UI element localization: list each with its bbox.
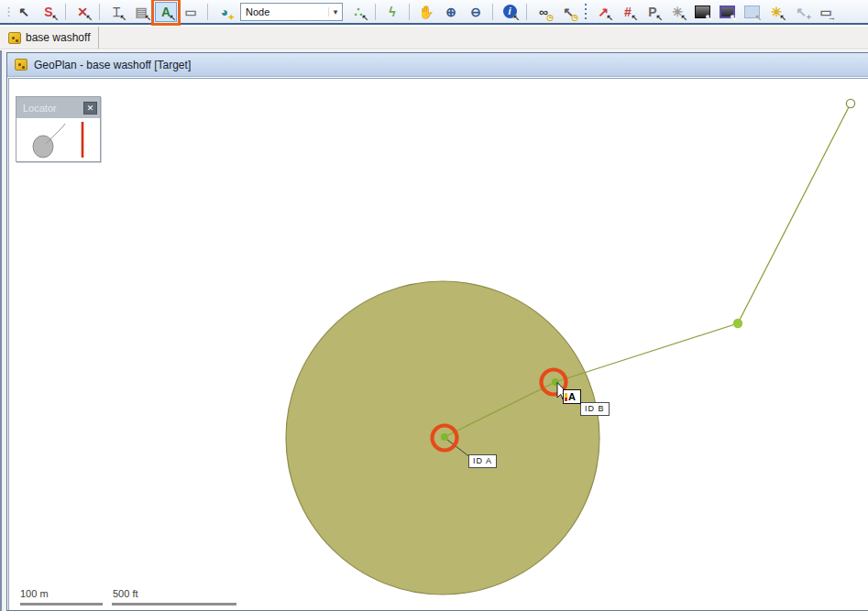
label-tool-cursor-badge: A xyxy=(563,389,581,404)
scalebar-imperial-bar xyxy=(112,603,236,606)
cursor-overlay-icon: ↖ xyxy=(85,14,93,22)
pan-tool-button[interactable]: ✋ xyxy=(415,2,437,22)
node-b-label[interactable]: ID B xyxy=(580,402,610,416)
geoplan-client-area: ID A ID B A Locator ✕ xyxy=(8,78,868,610)
cursor-overlay-icon: + xyxy=(807,14,811,22)
node-a-label[interactable]: ID A xyxy=(468,454,497,468)
select-polygons-tool-button[interactable]: ▤↖ xyxy=(130,2,152,22)
pan-tool-icon: ✋ xyxy=(418,5,434,18)
mesh-zones-tool-button[interactable]: #↖ xyxy=(617,2,639,22)
node-junction[interactable] xyxy=(733,319,742,328)
scalebar-imperial-label: 500 ft xyxy=(113,588,138,599)
tab-base-washoff[interactable]: base washoff xyxy=(0,27,99,49)
cursor-overlay-icon: ↖ xyxy=(705,14,712,22)
flow-ruler-tool-button[interactable]: ▭→ xyxy=(815,2,837,22)
cursor-overlay-icon: ↖ xyxy=(606,14,613,22)
cursor-overlay-icon: ↖ xyxy=(655,14,663,22)
cursor-overlay-icon: ↖ xyxy=(169,14,176,22)
locator-titlebar[interactable]: Locator ✕ xyxy=(16,97,100,118)
scalebar-metric-bar xyxy=(20,603,103,606)
cursor-overlay-icon: ↖ xyxy=(754,14,762,22)
cursor-overlay-icon: ↖ xyxy=(119,14,126,22)
scalebar-metric-label: 100 m xyxy=(20,588,49,599)
geoplan-map[interactable]: ID A ID B A Locator ✕ xyxy=(9,79,868,610)
properties-tool-button[interactable]: i↖ xyxy=(499,2,521,22)
mdi-area: GeoPlan - base washoff [Target] xyxy=(0,50,868,611)
geoplan-window-titlebar[interactable]: GeoPlan - base washoff [Target] xyxy=(7,53,868,77)
label-tool-button[interactable]: A↖ xyxy=(155,2,177,22)
zoom-in-tool-button[interactable]: ⊕ xyxy=(440,2,462,22)
cursor-overlay-icon: ◷ xyxy=(546,14,554,22)
window-select-tool-button[interactable]: ↖ xyxy=(716,2,738,22)
cursor-overlay-icon: ✦ xyxy=(227,14,235,22)
create-object-tool-button[interactable]: ✳↖ xyxy=(765,2,787,22)
main-toolbar: ⋮↖S↖✕↖⌶↖▤↖A↖▭◕✦Node▾∴↖ϟ✋⊕⊖i↖∞◷↖◷↗↖#↖P↖✳↖… xyxy=(0,0,868,25)
locator-preview xyxy=(16,118,100,161)
toolbar-separator xyxy=(526,4,527,20)
trace-tool-icon: ϟ xyxy=(389,5,395,18)
geoplan-canvas[interactable] xyxy=(9,79,868,610)
toolbar-separator xyxy=(375,4,376,20)
select-subcatchment-tool-button[interactable]: P↖ xyxy=(642,2,664,22)
cursor-overlay-icon: → xyxy=(828,14,836,22)
cursor-overlay-icon: ↖ xyxy=(361,14,368,22)
label-tool-cursor-mini-icon xyxy=(565,393,567,401)
document-tab-bar: base washoff xyxy=(0,27,868,49)
commit-selection-tool-button[interactable]: ↗↖ xyxy=(592,2,614,22)
add-point-tool-icon: ↖ xyxy=(796,5,807,18)
cursor-overlay-icon: ↖ xyxy=(512,14,520,22)
clear-selection-tool-button[interactable]: ✕↖ xyxy=(71,2,93,22)
toolbar-dotted-separator xyxy=(584,4,588,20)
locator-title: Locator xyxy=(23,103,83,114)
polygon-select-tool-button[interactable]: S↖ xyxy=(38,2,60,22)
trace-tool-button[interactable]: ϟ xyxy=(381,2,403,22)
measure-tool-button[interactable]: ▭ xyxy=(180,2,202,22)
zoom-out-tool-button[interactable]: ⊖ xyxy=(465,2,487,22)
zoom-out-tool-icon: ⊖ xyxy=(470,5,481,18)
cursor-overlay-icon: ↖ xyxy=(144,14,151,22)
cursor-overlay-icon: ◷ xyxy=(571,14,578,22)
select-tool-icon: ↖ xyxy=(18,5,29,18)
chevron-down-icon: ▾ xyxy=(328,7,342,16)
toolbar-separator xyxy=(99,4,100,20)
label-tool-cursor-letter: A xyxy=(568,391,576,402)
toolbar-grip-handle[interactable]: ⋮ xyxy=(3,3,10,21)
tab-label: base washoff xyxy=(26,31,91,44)
node-a[interactable] xyxy=(441,433,448,441)
node-type-combobox[interactable]: Node▾ xyxy=(240,3,343,21)
geoplan-window-title: GeoPlan - base washoff [Target] xyxy=(34,59,191,71)
select-tool-button[interactable]: ↖ xyxy=(13,2,35,22)
geoplan-window-icon xyxy=(15,59,27,71)
geoplan-window: GeoPlan - base washoff [Target] xyxy=(6,52,868,611)
select-links-tool-button[interactable]: ⌶↖ xyxy=(105,2,127,22)
zoom-window-tool-button[interactable]: ↖ xyxy=(741,2,763,22)
select-by-type-tool-button[interactable]: ∴↖ xyxy=(347,2,369,22)
locator-thumbnail xyxy=(16,118,100,160)
cursor-overlay-icon: ↖ xyxy=(730,14,737,22)
dark-window-select-tool-button[interactable]: ↖ xyxy=(691,2,713,22)
locator-panel: Locator ✕ xyxy=(16,96,101,162)
query-time-tool-button[interactable]: ↖◷ xyxy=(557,2,579,22)
toolbar-separator xyxy=(409,4,410,20)
cursor-overlay-icon: ↖ xyxy=(51,14,59,22)
measure-tool-icon: ▭ xyxy=(184,5,196,18)
geoplan-icon xyxy=(8,32,21,44)
cursor-overlay-icon: ↖ xyxy=(631,14,638,22)
cursor-overlay-icon: ↖ xyxy=(680,14,687,22)
zoom-in-tool-icon: ⊕ xyxy=(445,5,456,18)
toolbar-separator xyxy=(65,4,66,20)
node-outfall-open[interactable] xyxy=(846,99,854,107)
find-tool-button[interactable]: ∞◷ xyxy=(533,2,555,22)
background-map-tool-button[interactable]: ◕✦ xyxy=(214,2,236,22)
locator-link-shape xyxy=(46,124,65,144)
new-object-tool-button[interactable]: ✳↖ xyxy=(666,2,688,22)
toolbar-separator xyxy=(492,4,493,20)
node-type-value: Node xyxy=(241,6,328,17)
close-icon[interactable]: ✕ xyxy=(83,102,97,115)
add-point-tool-button[interactable]: ↖+ xyxy=(790,2,812,22)
cursor-overlay-icon: ↖ xyxy=(779,14,786,22)
toolbar-separator xyxy=(207,4,208,20)
